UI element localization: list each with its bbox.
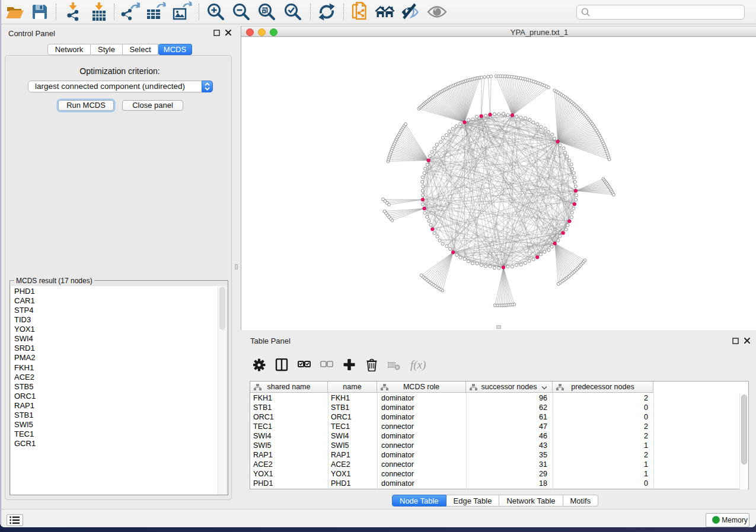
svg-text:f(x): f(x)	[410, 358, 426, 371]
